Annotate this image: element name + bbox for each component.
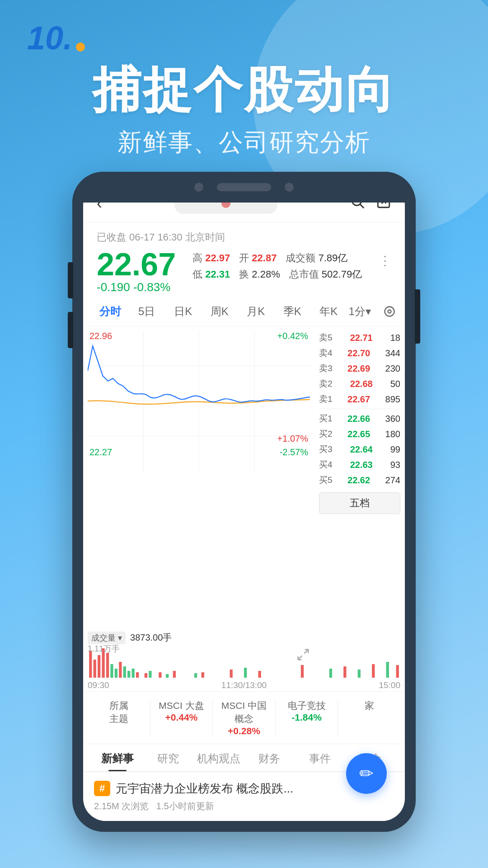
fullscreen-icon[interactable] xyxy=(383,305,396,318)
ob-sell-1: 卖1 22.67 895 xyxy=(319,392,400,407)
svg-rect-22 xyxy=(123,666,126,678)
headline-main: 捕捉个股动向 xyxy=(0,63,488,117)
phone-screen: ‹ ████████ 已收盘 06 xyxy=(83,183,405,821)
tab-institution[interactable]: 机构观点 xyxy=(193,744,244,771)
tab-events[interactable]: 事件 xyxy=(295,744,345,771)
tab-minute[interactable]: 分时 xyxy=(92,302,129,321)
ob-buy-4: 买4 22.63 93 xyxy=(319,457,400,472)
tab-5day[interactable]: 5日 xyxy=(129,302,165,321)
tab-seasonk[interactable]: 季K xyxy=(274,302,311,321)
chart-pct-bottom: -2.57% xyxy=(280,447,308,458)
chart-price-low: 22.27 xyxy=(89,447,112,458)
fab-button[interactable]: ✏ xyxy=(346,753,387,794)
svg-line-1 xyxy=(360,204,364,208)
sector-info: 所属 主题 MSCI 大盘 +0.44% MSCI 中国概念 +0.28% 电子… xyxy=(83,691,405,744)
sector-msci-china[interactable]: MSCI 中国概念 +0.28% xyxy=(217,699,271,736)
volume-button xyxy=(68,262,73,298)
tab-monthk[interactable]: 月K xyxy=(238,302,274,321)
ob-buy-2: 买2 22.65 180 xyxy=(319,426,400,442)
tab-finance[interactable]: 财务 xyxy=(244,744,295,771)
high-label: 高 22.97 xyxy=(192,251,230,265)
market-cap-label: 总市值 502.79亿 xyxy=(289,268,362,281)
sector-theme[interactable]: 所属 主题 xyxy=(92,699,145,736)
low-label: 低 22.31 xyxy=(192,268,230,281)
time-close: 15:00 xyxy=(379,680,400,690)
chart-pct-mid: +1.07% xyxy=(277,434,308,444)
volume-chart-svg xyxy=(88,646,400,678)
sector-home[interactable]: 家 xyxy=(343,699,396,736)
price-chart-svg xyxy=(88,331,310,471)
chart-pct-top: +0.42% xyxy=(277,331,308,341)
svg-rect-20 xyxy=(115,669,117,678)
volume-sub: 1.11万手 xyxy=(88,643,120,654)
five-tier-button[interactable]: 五档 xyxy=(319,492,400,514)
volume-button-2 xyxy=(68,312,73,348)
tab-dayk[interactable]: 日K xyxy=(165,302,202,321)
chart-orderbook-container: 22.96 22.27 +0.42% +1.07% -2.57% xyxy=(83,326,405,630)
headline-area: 捕捉个股动向 新鲜事、公司研究分析 xyxy=(0,63,488,159)
svg-rect-42 xyxy=(396,665,399,678)
svg-rect-19 xyxy=(110,664,113,678)
svg-rect-32 xyxy=(202,672,204,678)
svg-rect-18 xyxy=(106,653,109,678)
svg-rect-33 xyxy=(230,670,233,678)
ob-sell-2: 卖2 22.68 50 xyxy=(319,376,400,392)
news-tag: # xyxy=(94,781,110,796)
tab-1min[interactable]: 1分▾ xyxy=(347,302,384,321)
svg-rect-21 xyxy=(119,662,122,678)
svg-point-4 xyxy=(385,307,394,316)
svg-rect-38 xyxy=(343,666,346,678)
logo-text: 10. xyxy=(27,22,72,54)
stock-price-row: 22.67 -0.190 -0.83% 高 22.97 开 22.87 xyxy=(97,249,391,294)
svg-point-5 xyxy=(388,310,391,313)
sector-msci-large[interactable]: MSCI 大盘 +0.44% xyxy=(155,699,208,736)
ob-sell-4: 卖4 22.70 344 xyxy=(319,345,400,361)
stock-price: 22.67 xyxy=(97,249,176,280)
svg-rect-28 xyxy=(159,672,161,678)
svg-line-12 xyxy=(305,650,309,654)
tab-weekk[interactable]: 周K xyxy=(202,302,238,321)
volume-dropdown[interactable]: 成交量 ▾ xyxy=(88,632,126,644)
stock-details: 高 22.97 开 22.87 成交额 7.89亿 xyxy=(192,251,362,281)
volume-area: 成交量 ▾ 3873.00手 1.11万手 xyxy=(83,630,405,679)
ob-sell-5: 卖5 22.71 18 xyxy=(319,330,400,345)
svg-rect-29 xyxy=(166,674,169,678)
svg-rect-23 xyxy=(127,671,130,678)
camera-left xyxy=(194,183,203,192)
power-button xyxy=(415,289,420,344)
main-chart: 22.96 22.27 +0.42% +1.07% -2.57% xyxy=(83,326,314,471)
stock-status: 已收盘 06-17 16:30 北京时间 xyxy=(97,231,391,244)
order-book: 卖5 22.71 18 卖4 22.70 344 卖3 22.69 230 xyxy=(314,326,405,630)
ob-buy-1: 买1 22.66 360 xyxy=(319,411,400,426)
svg-rect-27 xyxy=(149,671,151,678)
svg-line-13 xyxy=(298,656,302,660)
news-title: 元宇宙潜力企业榜发布 概念股跌... xyxy=(116,780,293,797)
app-content: ‹ ████████ 已收盘 06 xyxy=(83,183,405,821)
menu-dots[interactable]: ⋮ xyxy=(379,249,391,268)
fab-icon: ✏ xyxy=(359,764,374,783)
time-midday: 11:30/13:00 xyxy=(221,680,267,690)
volume-val: 3873.00手 xyxy=(130,632,172,644)
time-open: 09:30 xyxy=(88,680,109,690)
tab-news[interactable]: 新鲜事 xyxy=(92,744,143,771)
sector-esports[interactable]: 电子竞技 -1.84% xyxy=(280,699,333,736)
chart-price-high: 22.96 xyxy=(89,331,112,341)
ob-sell-3: 卖3 22.69 230 xyxy=(319,361,400,376)
svg-rect-24 xyxy=(132,669,135,678)
svg-rect-41 xyxy=(386,662,389,678)
tab-yeark[interactable]: 年K xyxy=(310,302,347,321)
svg-rect-16 xyxy=(98,655,100,678)
svg-rect-37 xyxy=(329,669,332,678)
svg-rect-14 xyxy=(89,651,92,678)
chart-times: 09:30 11:30/13:00 15:00 xyxy=(83,679,405,691)
phone-mockup: ‹ ████████ 已收盘 06 xyxy=(72,172,416,832)
low-turnover-row: 低 22.31 换 2.28% 总市值 502.79亿 xyxy=(192,268,362,281)
svg-rect-35 xyxy=(258,671,261,678)
speaker xyxy=(217,183,271,191)
tab-research[interactable]: 研究 xyxy=(143,744,193,771)
chart-tabs: 分时 5日 日K 周K 月K 季K 年K 1分▾ xyxy=(83,294,405,326)
app-logo: 10. xyxy=(27,22,85,54)
svg-rect-39 xyxy=(358,670,361,678)
stock-change: -0.190 -0.83% xyxy=(97,280,176,294)
expand-icon[interactable] xyxy=(296,648,310,663)
